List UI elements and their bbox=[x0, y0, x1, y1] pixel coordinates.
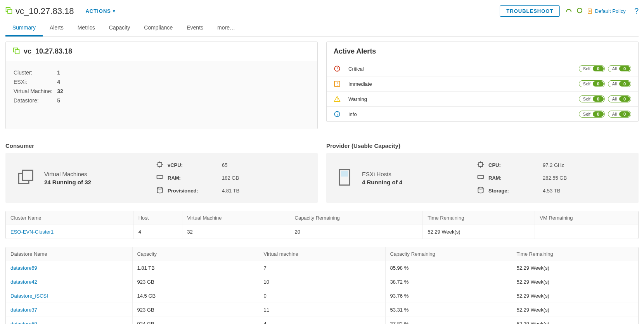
row-link[interactable]: datastore42 bbox=[10, 279, 37, 285]
metric-value: 4.53 TB bbox=[543, 188, 628, 194]
pill-self-info[interactable]: Self0 bbox=[579, 111, 605, 118]
cell: 52.29 Week(s) bbox=[512, 317, 638, 324]
tab-compliance[interactable]: Compliance bbox=[137, 21, 180, 36]
vcenter-icon bbox=[13, 47, 20, 55]
col-header[interactable]: Time Remaining bbox=[423, 211, 535, 225]
tab-more[interactable]: more… bbox=[210, 21, 242, 36]
pill-self-critical[interactable]: Self0 bbox=[579, 65, 605, 72]
svg-rect-11 bbox=[158, 163, 162, 166]
table-row: datastore37923 GB1153.31 %52.29 Week(s) bbox=[6, 303, 638, 317]
col-header[interactable]: Capacity Remaining bbox=[385, 247, 512, 261]
alert-label: Immediate bbox=[345, 81, 579, 87]
stat-label: Virtual Machine: bbox=[14, 87, 56, 95]
cell: 85.98 % bbox=[385, 261, 512, 275]
summary-card-title: vc_10.27.83.18 bbox=[24, 47, 72, 55]
cell: 4 bbox=[133, 225, 182, 239]
col-header[interactable]: Capacity bbox=[132, 247, 259, 261]
pill-all-immediate[interactable]: All0 bbox=[608, 80, 631, 87]
row-link[interactable]: datastore59 bbox=[10, 321, 37, 324]
stat-value: 1 bbox=[57, 68, 63, 77]
cell: 38.72 % bbox=[385, 275, 512, 289]
svg-rect-17 bbox=[478, 176, 484, 178]
table-row: datastore59924 GB437.82 %52.29 Week(s) bbox=[6, 317, 638, 324]
tab-summary[interactable]: Summary bbox=[5, 21, 43, 36]
host-icon bbox=[337, 168, 353, 188]
metric-value: 282.55 GB bbox=[543, 175, 628, 181]
cluster-table: Cluster NameHostVirtual MachineCapacity … bbox=[6, 211, 638, 239]
col-header[interactable]: VM Remaining bbox=[535, 211, 638, 225]
col-header[interactable]: Host bbox=[133, 211, 182, 225]
cell: 53.31 % bbox=[385, 303, 512, 317]
row-link[interactable]: ESO-EVN-Cluster1 bbox=[10, 229, 54, 235]
stat-value: 5 bbox=[57, 96, 63, 105]
cell: 93.76 % bbox=[385, 289, 512, 303]
metric-value: 97.2 GHz bbox=[543, 162, 628, 168]
cpu-icon bbox=[477, 161, 488, 170]
cpu-icon bbox=[156, 161, 168, 170]
svg-rect-10 bbox=[23, 170, 33, 180]
tab-alerts[interactable]: Alerts bbox=[43, 21, 71, 36]
cell: 923 GB bbox=[132, 275, 259, 289]
metric-label: RAM: bbox=[168, 175, 222, 181]
table-row: datastore691.81 TB785.98 %52.29 Week(s) bbox=[6, 261, 638, 275]
cell: 52.29 Week(s) bbox=[512, 289, 638, 303]
row-link[interactable]: datastore37 bbox=[10, 307, 37, 313]
ram-icon bbox=[477, 173, 488, 182]
metric-label: RAM: bbox=[488, 175, 543, 181]
consumer-card: Virtual Machines 24 Running of 32 vCPU:6… bbox=[5, 153, 318, 203]
table-row: Datastore_iSCSI14.5 GB093.76 %52.29 Week… bbox=[6, 289, 638, 303]
metric-label: Provisioned: bbox=[168, 188, 222, 194]
svg-point-18 bbox=[478, 187, 483, 189]
datastore-table: Datastore NameCapacityVirtual machineCap… bbox=[6, 247, 638, 324]
ram-icon bbox=[156, 173, 168, 182]
stat-value: 32 bbox=[57, 87, 63, 95]
immediate-icon bbox=[334, 80, 345, 87]
row-link[interactable]: datastore69 bbox=[10, 265, 37, 271]
alert-row-warning: WarningSelf0All0 bbox=[327, 91, 638, 106]
info-icon bbox=[334, 111, 345, 118]
col-header[interactable]: Cluster Name bbox=[6, 211, 133, 225]
col-header[interactable]: Capacity Remaining bbox=[290, 211, 423, 225]
pill-all-critical[interactable]: All0 bbox=[608, 65, 631, 72]
tab-events[interactable]: Events bbox=[180, 21, 210, 36]
troubleshoot-button[interactable]: TROUBLESHOOT bbox=[500, 5, 560, 17]
provider-title: Provider (Usable Capacity) bbox=[326, 142, 639, 149]
stat-value: 4 bbox=[57, 78, 63, 86]
tab-capacity[interactable]: Capacity bbox=[102, 21, 137, 36]
col-header[interactable]: Datastore Name bbox=[6, 247, 132, 261]
actions-dropdown[interactable]: ACTIONS▾ bbox=[85, 8, 116, 14]
cell: 11 bbox=[259, 303, 385, 317]
pill-self-immediate[interactable]: Self0 bbox=[579, 80, 605, 87]
svg-point-2 bbox=[577, 8, 582, 13]
row-link[interactable]: Datastore_iSCSI bbox=[10, 293, 48, 299]
cell: 1.81 TB bbox=[132, 261, 259, 275]
help-icon[interactable]: ? bbox=[634, 7, 639, 16]
stat-label: Datastore: bbox=[14, 96, 56, 105]
alerts-card-title: Active Alerts bbox=[334, 47, 376, 55]
cell: 14.5 GB bbox=[132, 289, 259, 303]
cell: 52.29 Week(s) bbox=[423, 225, 535, 239]
col-header[interactable]: Virtual machine bbox=[259, 247, 385, 261]
pill-self-warning[interactable]: Self0 bbox=[579, 95, 605, 102]
table-row: ESO-EVN-Cluster14322052.29 Week(s) bbox=[6, 225, 638, 239]
table-row: datastore42923 GB1038.72 %52.29 Week(s) bbox=[6, 275, 638, 289]
default-policy-link[interactable]: Default Policy bbox=[587, 8, 625, 14]
metric-label: Storage: bbox=[488, 188, 543, 194]
vcenter-icon bbox=[5, 7, 12, 15]
cell: 52.29 Week(s) bbox=[512, 275, 638, 289]
warning-icon bbox=[334, 95, 345, 102]
cell: 7 bbox=[259, 261, 385, 275]
cell: 10 bbox=[259, 275, 385, 289]
cell: datastore59 bbox=[6, 317, 132, 324]
alert-row-immediate: ImmediateSelf0All0 bbox=[327, 76, 638, 91]
col-header[interactable]: Time Remaining bbox=[512, 247, 638, 261]
provider-sub: 4 Running of 4 bbox=[362, 179, 402, 185]
stat-label: Cluster: bbox=[14, 68, 56, 77]
pill-all-warning[interactable]: All0 bbox=[608, 95, 631, 102]
critical-icon bbox=[334, 65, 345, 72]
col-header[interactable]: Virtual Machine bbox=[182, 211, 290, 225]
tab-metrics[interactable]: Metrics bbox=[71, 21, 102, 36]
cell: 924 GB bbox=[132, 317, 259, 324]
active-alerts-card: Active Alerts CriticalSelf0All0Immediate… bbox=[326, 42, 639, 122]
pill-all-info[interactable]: All0 bbox=[608, 111, 631, 118]
